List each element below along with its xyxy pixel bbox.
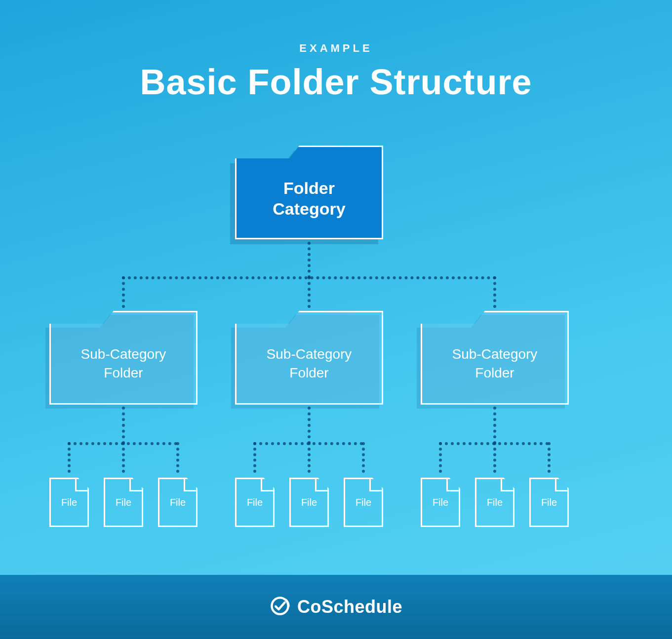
root-folder-label: Folder Category [273,178,345,220]
sub-folder-2: Sub-Category Folder [235,311,383,405]
connector-line [493,407,496,444]
file-label: File [487,497,503,508]
file-label: File [116,497,131,508]
files-group-3: File File File [421,478,569,527]
sub-folder-label: Sub-Category Folder [452,345,538,382]
file-label: File [356,497,371,508]
file-icon: File [289,478,329,527]
file-label: File [301,497,317,508]
files-group-2: File File File [235,478,383,527]
sub-folder-label: Sub-Category Folder [267,345,352,382]
file-label: File [170,497,186,508]
connector-line [548,442,551,473]
file-icon: File [235,478,275,527]
file-label: File [541,497,557,508]
connector-line [493,442,496,473]
file-icon: File [421,478,460,527]
folder-icon: Folder Category [235,146,383,239]
connector-line [308,407,311,444]
file-icon: File [529,478,569,527]
file-icon: File [49,478,89,527]
file-icon: File [104,478,143,527]
connector-line [439,442,442,473]
footer: CoSchedule [0,575,672,639]
connector-line [122,407,125,444]
connector-line [122,276,125,308]
connector-line [308,276,311,308]
file-label: File [61,497,77,508]
file-icon: File [475,478,514,527]
connector-line [176,442,179,473]
sub-folder-3: Sub-Category Folder [421,311,569,405]
file-icon: File [344,478,383,527]
sub-folder-label: Sub-Category Folder [81,345,166,382]
connector-line [493,276,496,308]
file-label: File [433,497,448,508]
connector-line [308,242,311,278]
connector-line [362,442,365,473]
folder-icon: Sub-Category Folder [49,311,198,405]
diagram-stage: Folder Category Sub-Category Folder Sub-… [0,0,672,639]
file-label: File [247,497,263,508]
files-group-1: File File File [49,478,198,527]
coschedule-logo-icon [270,596,290,618]
connector-line [68,442,71,473]
file-icon: File [158,478,198,527]
sub-folder-1: Sub-Category Folder [49,311,198,405]
connector-line [308,442,311,473]
footer-brand: CoSchedule [297,597,402,617]
connector-line [122,442,125,473]
folder-icon: Sub-Category Folder [235,311,383,405]
connector-line [253,442,256,473]
folder-icon: Sub-Category Folder [421,311,569,405]
root-folder: Folder Category [235,146,383,239]
